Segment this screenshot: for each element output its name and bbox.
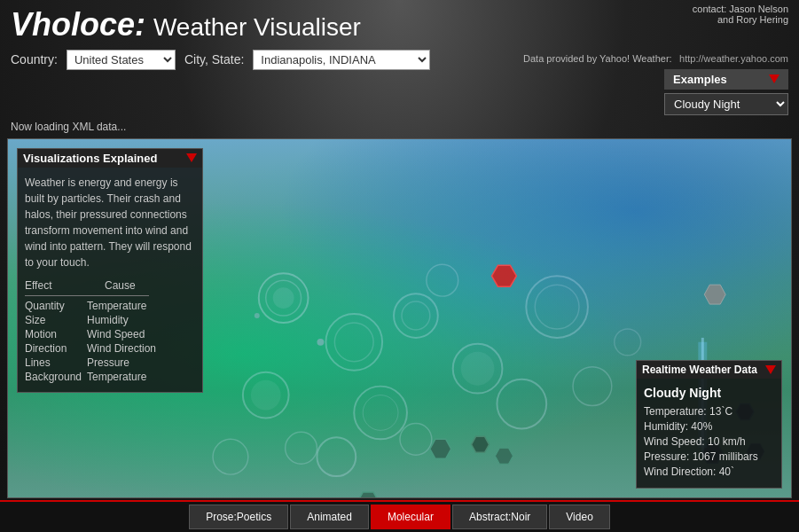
effect-col: Direction <box>25 342 87 355</box>
effect-row: MotionWind Speed <box>25 328 195 340</box>
svg-point-10 <box>363 395 398 430</box>
svg-point-18 <box>251 379 281 410</box>
svg-point-8 <box>461 351 495 385</box>
weather-panel-collapse-icon[interactable] <box>765 365 776 374</box>
city-state-select[interactable]: Indianapolis, INDIANANew York, NEW YORKL… <box>253 50 430 70</box>
info-panel-collapse-icon[interactable] <box>186 153 197 162</box>
controls-right: Data provided by Yahoo! Weather: http://… <box>523 50 788 115</box>
effect-col: Motion <box>25 328 87 340</box>
cause-col: Wind Direction <box>87 342 156 355</box>
examples-select[interactable]: Cloudy NightSunny DayRainySnowy <box>664 93 788 115</box>
bottom-tabs: Prose:PoeticsAnimatedMolecularAbstract:N… <box>0 500 799 532</box>
weather-stat: Pressure: 1067 millibars <box>644 450 774 463</box>
data-source-line1: Data provided by Yahoo! Weather: <box>523 53 672 64</box>
header: Vholoce: Weather Visualiser <box>0 0 799 46</box>
svg-point-36 <box>255 313 260 318</box>
effect-row: LinesPressure <box>25 356 195 369</box>
tab-btn[interactable]: Video <box>549 505 609 529</box>
effect-col: Lines <box>25 356 87 369</box>
svg-point-20 <box>286 432 317 464</box>
effect-col: Background <box>25 371 87 383</box>
cause-col: Temperature <box>87 371 146 383</box>
examples-dropdown-icon <box>769 74 779 83</box>
effect-row: DirectionWind Direction <box>25 342 195 355</box>
svg-point-15 <box>497 379 546 428</box>
tab-btn[interactable]: Molecular <box>371 505 450 529</box>
country-label: Country: <box>11 52 58 66</box>
table-divider <box>25 295 149 296</box>
svg-point-4 <box>334 323 373 362</box>
effect-col-header: Effect <box>25 279 87 292</box>
svg-point-6 <box>402 301 430 330</box>
red-hexagon <box>491 265 516 286</box>
cause-col: Humidity <box>87 314 129 326</box>
svg-marker-24 <box>430 439 451 458</box>
info-panel-title: Visualizations Explained <box>18 149 202 168</box>
app-subtitle: Weather Visualiser <box>153 13 361 41</box>
svg-point-22 <box>615 329 641 356</box>
data-source-line2: http://weather.yahoo.com <box>679 53 788 64</box>
svg-marker-23 <box>704 285 725 304</box>
svg-marker-25 <box>472 436 490 452</box>
data-source: Data provided by Yahoo! Weather: http://… <box>523 50 788 66</box>
effect-row: BackgroundTemperature <box>25 371 195 383</box>
svg-point-19 <box>213 439 248 474</box>
svg-point-12 <box>400 423 432 455</box>
controls-area: Country: United StatesCanadaUnited Kingd… <box>0 46 799 119</box>
status-row: Now loading XML data... <box>0 119 799 135</box>
city-state-label: City, State: <box>184 52 244 66</box>
svg-marker-26 <box>495 448 513 464</box>
svg-point-14 <box>535 285 579 329</box>
weather-panel: Realtime Weather Data Cloudy Night Tempe… <box>636 360 782 489</box>
effect-row: QuantityTemperature <box>25 300 195 312</box>
effect-row: SizeHumidity <box>25 314 195 326</box>
controls-left: Country: United StatesCanadaUnited Kingd… <box>11 50 430 70</box>
tab-btn[interactable]: Animated <box>290 505 369 529</box>
weather-panel-title: Realtime Weather Data <box>637 361 781 379</box>
effect-table-header: Effect Cause <box>25 279 195 292</box>
weather-condition: Cloudy Night <box>644 386 774 400</box>
tab-btn[interactable]: Abstract:Noir <box>452 505 547 529</box>
cause-col: Wind Speed <box>87 328 145 340</box>
weather-stat: Temperature: 13`C <box>644 405 774 418</box>
visualization-area[interactable]: Visualizations Explained Weather is ener… <box>7 138 792 498</box>
svg-point-9 <box>354 386 407 439</box>
weather-stat: Wind Speed: 10 km/h <box>644 435 774 448</box>
info-panel-title-text: Visualizations Explained <box>23 152 157 165</box>
effect-col: Quantity <box>25 300 87 312</box>
effect-rows-container: QuantityTemperatureSizeHumidityMotionWin… <box>25 300 195 383</box>
weather-panel-title-text: Realtime Weather Data <box>642 364 757 376</box>
weather-stat: Humidity: 40% <box>644 420 774 433</box>
cause-col: Pressure <box>87 356 129 369</box>
svg-point-33 <box>317 338 324 345</box>
effect-col: Size <box>25 314 87 326</box>
svg-marker-27 <box>357 492 379 497</box>
examples-label: Examples <box>673 73 727 86</box>
svg-point-2 <box>273 287 294 309</box>
brand-name: Vholoce: <box>11 6 145 43</box>
tab-btn[interactable]: Prose:Poetics <box>189 505 288 529</box>
examples-header[interactable]: Examples <box>664 69 788 90</box>
info-panel: Visualizations Explained Weather is ener… <box>17 148 203 393</box>
cause-col-header: Cause <box>105 279 136 292</box>
effect-table: Effect Cause QuantityTemperatureSizeHumi… <box>25 279 195 383</box>
svg-point-5 <box>394 293 438 338</box>
svg-point-21 <box>427 264 458 296</box>
app-title: Vholoce: Weather Visualiser <box>11 7 788 43</box>
info-description: Weather is energy and energy is built by… <box>25 175 195 270</box>
svg-point-11 <box>317 437 356 476</box>
tabs-container: Prose:PoeticsAnimatedMolecularAbstract:N… <box>189 505 610 529</box>
country-select[interactable]: United StatesCanadaUnited KingdomAustral… <box>67 50 176 70</box>
cause-col: Temperature <box>87 300 146 312</box>
weather-stats-container: Temperature: 13`CHumidity: 40%Wind Speed… <box>644 405 774 478</box>
status-text: Now loading XML data... <box>11 121 126 133</box>
weather-stat: Wind Direction: 40` <box>644 466 774 478</box>
svg-point-16 <box>573 366 612 405</box>
